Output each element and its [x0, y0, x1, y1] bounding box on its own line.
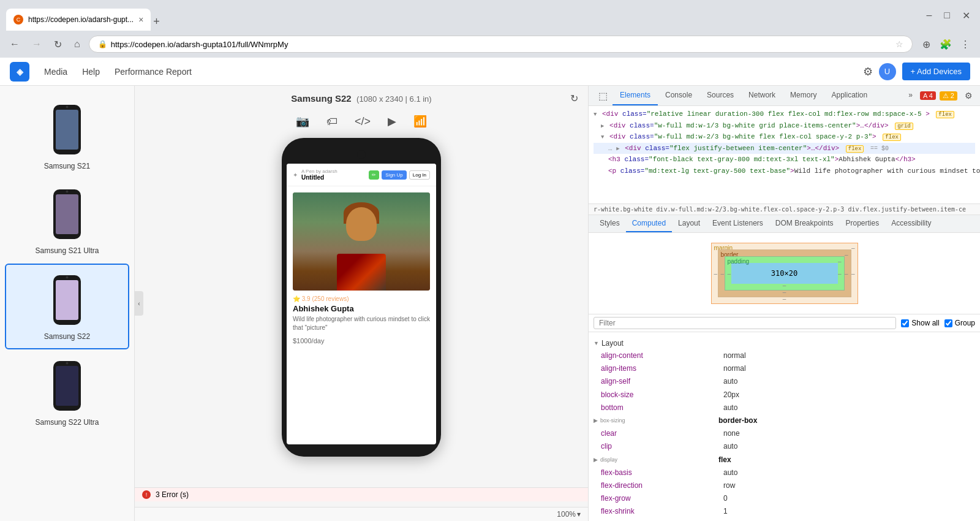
- phone-signup-btn[interactable]: Sign Up: [382, 170, 406, 180]
- minimize-button[interactable]: –: [922, 7, 935, 23]
- device-name-s22-ultra: Samsung S22 Ultra: [15, 418, 119, 427]
- prop-row-align-self: align-self auto: [594, 375, 975, 388]
- nav-media[interactable]: Media: [44, 67, 67, 77]
- prop-row-bottom: bottom auto: [594, 401, 975, 414]
- zoom-dropdown-icon[interactable]: ▾: [577, 510, 581, 519]
- device-thumb-s22-ultra: [49, 358, 86, 413]
- subtab-event-listeners[interactable]: Event Listeners: [706, 215, 769, 232]
- nav-help[interactable]: Help: [82, 67, 100, 77]
- forward-button[interactable]: →: [28, 36, 45, 52]
- phone-login-btn[interactable]: Log In: [409, 170, 430, 180]
- price-unit: /day: [312, 337, 325, 344]
- camera-icon-btn[interactable]: 📷: [292, 111, 313, 132]
- person-body: [337, 254, 386, 291]
- prop-row-flex-basis: flex-basis auto: [594, 466, 975, 479]
- bookmark-icon[interactable]: ☆: [895, 39, 903, 49]
- sidebar-item-samsung-s21[interactable]: Samsung S21: [5, 94, 129, 178]
- profile-icon-btn[interactable]: ⊕: [918, 36, 935, 53]
- nav-performance[interactable]: Performance Report: [115, 67, 192, 77]
- svg-rect-1: [56, 110, 78, 150]
- triangle-0[interactable]: ▼: [594, 111, 597, 120]
- browser-chrome: C https://codepen.io/adarsh-gupt... × + …: [0, 0, 980, 31]
- subtab-layout[interactable]: Layout: [672, 215, 706, 232]
- group-checkbox-label: Group: [944, 319, 975, 327]
- margin-minus-right: –: [851, 270, 855, 277]
- filter-input[interactable]: [594, 317, 896, 329]
- phone-icon-s22: [50, 274, 84, 326]
- svg-point-8: [66, 276, 69, 278]
- maximize-button[interactable]: □: [940, 7, 954, 23]
- phone-app-header: ✦ A Pen by adarsh Untitled ✏ Sign Up Log…: [287, 164, 436, 186]
- person-head: [346, 207, 377, 241]
- tab-application[interactable]: Application: [824, 86, 875, 105]
- tab-network[interactable]: Network: [741, 86, 783, 105]
- html-line-5: <p class="md:text-lg text-gray-500 text-…: [594, 165, 975, 177]
- sidebar-item-samsung-s22-ultra[interactable]: Samsung S22 Ultra: [5, 351, 129, 434]
- tag-icon-btn[interactable]: 🏷: [323, 111, 341, 132]
- margin-minus-top[interactable]: –: [851, 245, 855, 251]
- tab-elements[interactable]: Elements: [612, 86, 658, 105]
- wifi-icon-btn[interactable]: 📶: [410, 111, 431, 132]
- collapse-sidebar-button[interactable]: ‹: [135, 291, 143, 316]
- prop-row-clip: clip auto: [594, 440, 975, 453]
- phone-wrapper: ✦ A Pen by adarsh Untitled ✏ Sign Up Log…: [282, 138, 441, 457]
- devtools-settings-btn[interactable]: ⚙: [962, 89, 975, 102]
- devtools-icon-selector[interactable]: ⬚: [594, 86, 612, 105]
- tab-more[interactable]: »: [901, 86, 920, 105]
- prop-row-flex-grow: flex-grow 0: [594, 492, 975, 505]
- url-input[interactable]: [111, 40, 892, 49]
- html-tree: ▼ <div class="relative linear duration-3…: [589, 106, 980, 204]
- extensions-icon-btn[interactable]: 🧩: [937, 36, 954, 53]
- active-tab[interactable]: C https://codepen.io/adarsh-gupt... ×: [6, 9, 151, 31]
- device-name-s21: Samsung S21: [15, 162, 119, 170]
- box-padding: padding – – – – 310×20: [725, 256, 845, 291]
- reload-button[interactable]: ↻: [50, 36, 66, 53]
- tab-sources[interactable]: Sources: [699, 86, 741, 105]
- show-all-checkbox[interactable]: [901, 319, 909, 327]
- phone-card: ⭐ 3.9 (250 reviews) Abhishek Gupta Wild …: [287, 186, 436, 444]
- app-toolbar: ◈ Media Help Performance Report ⚙ U + Ad…: [0, 58, 980, 86]
- subtab-properties[interactable]: Properties: [840, 215, 886, 232]
- address-bar[interactable]: 🔒 ☆: [89, 36, 913, 53]
- devtools-badges: A 4 ⚠ 2: [920, 91, 957, 101]
- tab-favicon: C: [13, 15, 23, 25]
- subtab-accessibility[interactable]: Accessibility: [885, 215, 937, 232]
- code-icon-btn[interactable]: </>: [351, 111, 374, 132]
- phone-icon-s21: [50, 104, 84, 156]
- phone-edit-btn[interactable]: ✏: [369, 170, 379, 180]
- refresh-preview-button[interactable]: ↻: [570, 93, 578, 104]
- subtab-styles[interactable]: Styles: [594, 215, 626, 232]
- tab-memory[interactable]: Memory: [783, 86, 824, 105]
- subtab-dom-breakpoints[interactable]: DOM Breakpoints: [769, 215, 840, 232]
- new-tab-button[interactable]: +: [151, 13, 162, 31]
- more-options-btn[interactable]: ⋮: [957, 36, 974, 53]
- tab-console[interactable]: Console: [658, 86, 699, 105]
- close-button[interactable]: ✕: [959, 7, 974, 24]
- phone-app-logo-icon: ✦: [293, 172, 298, 178]
- svg-point-11: [66, 362, 69, 364]
- sidebar-item-samsung-s22[interactable]: Samsung S22: [5, 264, 129, 349]
- card-price: $1000/day: [293, 335, 430, 345]
- box-margin: margin – – – – border – – – – padding – …: [711, 243, 858, 304]
- browser-tabs: C https://codepen.io/adarsh-gupt... × +: [6, 0, 162, 31]
- group-checkbox[interactable]: [944, 319, 952, 327]
- prop-row-block-size: block-size 20px: [594, 389, 975, 401]
- sidebar-item-samsung-s21-ultra[interactable]: Samsung S21 Ultra: [5, 179, 129, 262]
- device-thumb-s22: [49, 272, 86, 327]
- home-button[interactable]: ⌂: [70, 36, 84, 52]
- user-avatar[interactable]: U: [879, 63, 896, 80]
- add-devices-button[interactable]: + Add Devices: [902, 63, 970, 80]
- tab-close-icon[interactable]: ×: [138, 15, 143, 25]
- prop-row-align-content: align-content normal: [594, 349, 975, 362]
- back-button[interactable]: ←: [6, 36, 23, 52]
- prop-row-box-sizing: ▶ box-sizing border-box: [594, 414, 975, 427]
- video-icon-btn[interactable]: ▶: [384, 111, 400, 132]
- settings-icon[interactable]: ⚙: [863, 65, 873, 78]
- zoom-level: 100%: [557, 510, 576, 519]
- layout-section-header[interactable]: Layout: [594, 337, 975, 349]
- subtab-computed[interactable]: Computed: [626, 215, 672, 232]
- html-line-3[interactable]: … ▶ <div class="flex justify-between ite…: [594, 143, 975, 154]
- error-dot: !: [142, 490, 151, 499]
- nav-bar: ← → ↻ ⌂ 🔒 ☆ ⊕ 🧩 ⋮: [0, 31, 980, 58]
- prop-row-clear: clear none: [594, 427, 975, 440]
